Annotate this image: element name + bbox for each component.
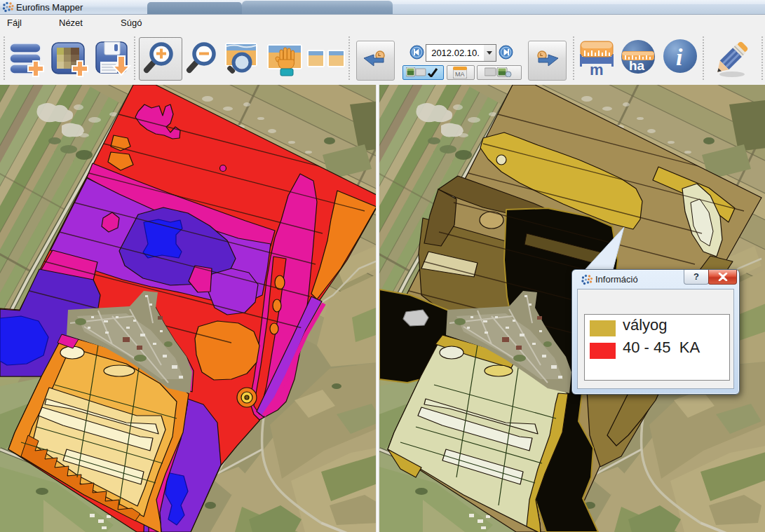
svg-text:m: m [590, 61, 604, 76]
svg-text:ha: ha [629, 58, 645, 73]
svg-text:i: i [676, 44, 683, 70]
svg-text:MA: MA [455, 71, 465, 78]
